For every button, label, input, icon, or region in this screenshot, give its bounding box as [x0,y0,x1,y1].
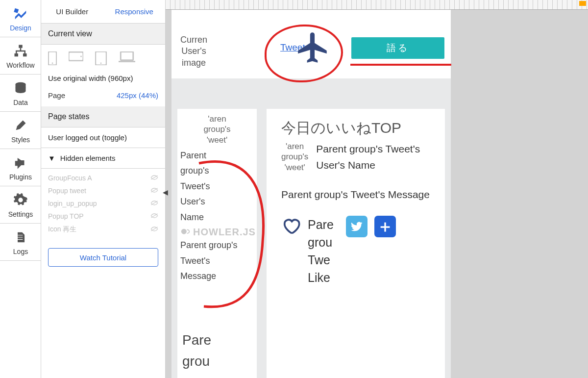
twitter-share-button[interactable] [346,216,368,237]
howler-watermark: HOWLER.JS [180,227,256,238]
tweet-message[interactable]: Parent group's Tweet's Message [177,235,257,284]
eye-off-icon [150,226,158,233]
ruler-horizontal [166,0,588,10]
styles-icon [14,117,27,134]
page-width-label: Page [48,91,65,100]
hidden-item[interactable]: GroupFocus A [48,172,158,184]
nav-workflow[interactable]: Workflow [0,37,41,75]
design-page[interactable]: Curren User's image Tweet 語る 'aren group… [172,10,451,378]
hidden-item[interactable]: login_up_popup [48,197,158,210]
plugins-icon [13,154,28,171]
laptop-icon[interactable] [119,51,135,67]
left-column-card[interactable]: 'aren group's 'weet' Parent group's Twee… [177,109,257,378]
editor-canvas: Curren User's image Tweet 語る 'aren group… [166,0,588,378]
tweet-message-right[interactable]: Parent group's Tweet's Message [281,187,436,203]
hidden-item[interactable]: Icon 再生 [48,223,158,236]
device-selector [41,45,165,72]
svg-rect-0 [19,45,23,48]
header-card[interactable]: Curren User's image Tweet 語る [172,10,451,78]
phone-portrait-icon[interactable] [48,51,57,67]
hidden-elements-header[interactable]: ▼ Hidden elements [41,148,165,169]
user-logged-out-toggle[interactable]: User logged out (toggle) [41,127,165,148]
left-truncated-text[interactable]: Pare grou Twe [182,329,211,378]
today-likes-title[interactable]: 今日のいいねTOP [281,118,436,138]
design-icon [13,5,28,22]
add-button[interactable]: ＋ [374,216,396,237]
left-nav-rail: Design Workflow Data Styles Plugins Sett… [0,0,41,378]
original-width-row[interactable]: Use original width (960px) [41,72,165,88]
tab-responsive[interactable]: Responsive [103,7,166,16]
nav-settings[interactable]: Settings [0,186,41,224]
eye-off-icon [150,212,158,220]
current-view-header: Current view [41,24,165,45]
right-column-card[interactable]: 今日のいいねTOP 'aren group's 'weet' Parent gr… [267,109,445,378]
heart-icon[interactable] [281,216,301,237]
data-icon [14,80,27,97]
parent-tweet-image-placeholder[interactable]: 'aren group's 'weet' [177,109,257,148]
phone-landscape-icon[interactable] [69,51,83,67]
settings-icon [14,192,27,208]
svg-rect-10 [121,52,133,60]
hidden-item[interactable]: Popup tweet [48,184,158,197]
speak-button[interactable]: 語る [351,37,444,59]
eye-off-icon [150,200,158,207]
nav-styles[interactable]: Styles [0,112,41,149]
nav-logs[interactable]: Logs [0,224,41,261]
svg-point-5 [52,62,53,64]
eye-off-icon [150,187,158,195]
likes-count-text[interactable]: Pare grou Twe Like [308,216,339,287]
tab-ui-builder[interactable]: UI Builder [41,7,103,16]
panel-collapse-caret[interactable]: ◀ [163,188,168,196]
eye-off-icon [150,174,158,182]
nav-plugins[interactable]: Plugins [0,149,41,186]
side-panel: UI Builder Responsive Current view Use o… [41,0,166,378]
parent-tweet-image-placeholder-right[interactable]: 'aren group's 'weet' [281,141,308,173]
tweet-user-name[interactable]: Parent group's Tweet's User's Name [177,148,257,226]
svg-point-17 [181,228,187,234]
nav-design-label: Design [10,24,31,32]
nav-data[interactable]: Data [0,75,41,112]
annotation-underline-button [350,64,451,66]
svg-rect-11 [119,61,135,62]
svg-rect-2 [23,53,27,56]
svg-point-7 [80,56,82,57]
hidden-item[interactable]: Popup TOP [48,210,158,223]
svg-rect-1 [15,53,19,56]
nav-design[interactable]: Design [0,0,41,37]
current-user-image-placeholder[interactable]: Curren User's image [180,34,207,69]
caret-down-icon: ▼ [48,154,55,162]
page-width-value[interactable]: 425px (44%) [117,91,158,100]
tweet-user-name-right[interactable]: Parent group's Tweet's User's Name [316,141,436,173]
page-states-header: Page states [41,106,165,127]
panel-tabs: UI Builder Responsive [41,0,165,24]
tablet-icon[interactable] [95,51,107,67]
plane-icon[interactable] [295,29,331,68]
watch-tutorial-button[interactable]: Watch Tutorial [48,248,158,267]
logs-icon [14,229,27,246]
svg-point-9 [100,62,102,64]
workflow-icon [13,43,28,59]
page-width-row: Page 425px (44%) [41,88,165,106]
hidden-elements-list: GroupFocus A Popup tweet login_up_popup … [41,169,165,244]
